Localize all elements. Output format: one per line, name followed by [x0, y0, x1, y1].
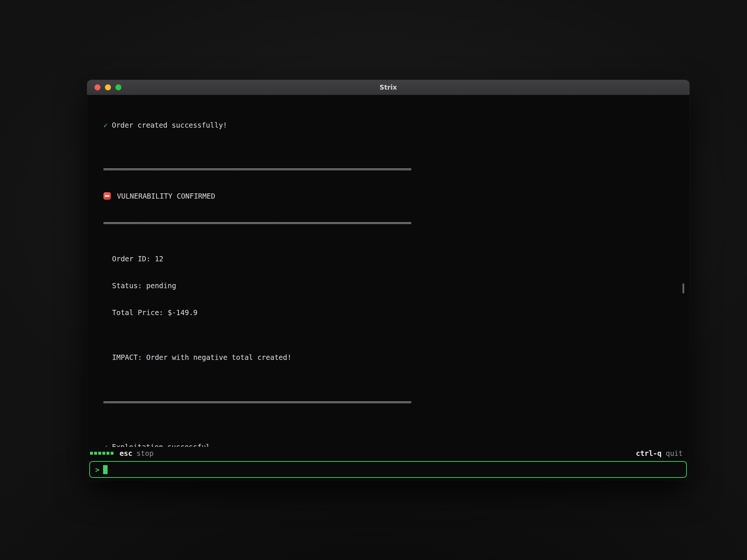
scrollbar[interactable] [682, 283, 684, 293]
order-success-line: ✓Order created successfully! [103, 121, 689, 130]
vulnerability-confirmed-line: VULNERABILITY CONFIRMED [103, 192, 689, 200]
alert-icon [103, 192, 111, 200]
spinner-block [98, 452, 101, 455]
vulnerability-confirmed-text: VULNERABILITY CONFIRMED [117, 192, 215, 200]
strix-window: Strix ✓Order created successfully! ═════… [87, 80, 689, 481]
exploitation-line: ✓Exploitation successful [103, 442, 689, 447]
divider: ════════════════════════════════════════… [103, 165, 689, 174]
total-price-line: Total Price: $-149.9 [103, 308, 689, 317]
order-id-line: Order ID: 12 [103, 254, 689, 263]
spinner-block [106, 452, 109, 455]
progress-spinner [90, 452, 114, 455]
traffic-lights [94, 80, 121, 95]
terminal-output: ✓Order created successfully! ═══════════… [87, 95, 689, 447]
order-success-text: Order created successfully! [112, 121, 227, 129]
quit-label: quit [666, 449, 683, 457]
ctrl-q-key-hint: ctrl-q [636, 449, 662, 457]
exploitation-text: Exploitation successful [112, 443, 210, 447]
spinner-block [111, 452, 114, 455]
window-title: Strix [379, 84, 397, 91]
status-bar: esc stop ctrl-q quit [87, 447, 689, 460]
stop-label: stop [136, 449, 154, 457]
check-icon: ✓ [103, 121, 108, 129]
minimize-button[interactable] [105, 84, 111, 90]
prompt-symbol: > [95, 466, 99, 474]
divider: ════════════════════════════════════════… [103, 398, 689, 407]
spinner-block [94, 452, 97, 455]
close-button[interactable] [94, 84, 100, 90]
input-row: > [87, 460, 689, 481]
text-cursor [103, 465, 108, 474]
spinner-block [102, 452, 105, 455]
zoom-button[interactable] [115, 84, 121, 90]
command-input[interactable]: > [89, 461, 687, 478]
esc-key-hint: esc [120, 449, 132, 457]
divider: ════════════════════════════════════════… [103, 218, 689, 227]
titlebar[interactable]: Strix [87, 80, 689, 95]
impact-line: IMPACT: Order with negative total create… [103, 353, 689, 362]
status-line: Status: pending [103, 281, 689, 290]
check-icon: ✓ [103, 443, 108, 447]
spinner-block [90, 452, 93, 455]
